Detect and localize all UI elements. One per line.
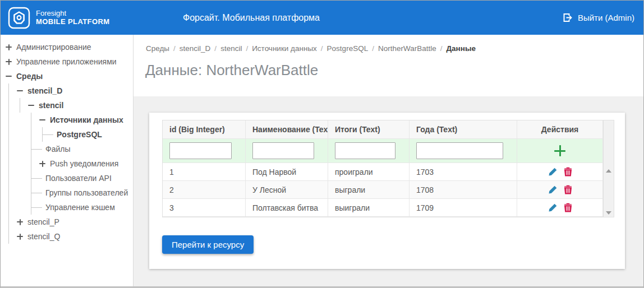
sidebar-item-label: stencil	[39, 101, 63, 110]
tree-guide-line	[31, 113, 31, 127]
table-scrollbar[interactable]	[603, 120, 614, 217]
tree-guide-line	[8, 113, 9, 127]
tree-guide-line	[31, 200, 31, 215]
breadcrumb-separator: /	[372, 44, 374, 53]
collapse-minus-icon[interactable]	[27, 102, 35, 109]
breadcrumb-item[interactable]: NortherWarBattle	[378, 44, 436, 53]
go-to-resource-button[interactable]: Перейти к ресурсу	[162, 235, 254, 254]
collapse-minus-icon[interactable]	[5, 73, 12, 80]
sidebar-item-label: Управление кэшем	[45, 203, 115, 212]
breadcrumb-separator: /	[440, 44, 443, 53]
table-cell: У Лесной	[246, 181, 328, 199]
sidebar-item-files[interactable]: Файлы	[1, 142, 133, 156]
row-actions	[548, 167, 572, 176]
sidebar-item-label: Push уведомления	[50, 159, 118, 168]
body-layout: АдминистрированиеУправление приложениями…	[1, 35, 643, 286]
actions-cell	[517, 163, 603, 181]
table-body: 1Под Нарвойпроиграли17032У Леснойвыграли…	[163, 163, 603, 217]
sidebar-item-label: PostgreSQL	[57, 130, 102, 139]
table-cell: 1709	[410, 199, 517, 217]
filter-input[interactable]	[169, 142, 232, 159]
breadcrumb-separator: /	[214, 44, 217, 53]
sidebar-item-administration[interactable]: Администрирование	[1, 40, 133, 54]
expand-plus-icon[interactable]	[5, 44, 12, 51]
breadcrumb-item[interactable]: Источники данных	[252, 44, 317, 53]
expand-plus-icon[interactable]	[5, 58, 12, 66]
sidebar-item-push-notifications[interactable]: Push уведомления	[1, 156, 133, 171]
sidebar-item-label: stencil_D	[27, 86, 62, 95]
sidebar-item-label: Файлы	[45, 145, 70, 154]
tree-guide-line	[31, 156, 31, 171]
sidebar-item-environments[interactable]: Среды	[1, 69, 133, 83]
breadcrumb-item[interactable]: Среды	[146, 44, 169, 53]
breadcrumb-item[interactable]: stencil_D	[180, 44, 211, 53]
actions-cell	[517, 181, 603, 199]
sidebar-item-app-management[interactable]: Управление приложениями	[1, 54, 133, 69]
breadcrumb-item[interactable]: PostgreSQL	[327, 44, 369, 53]
delete-icon[interactable]	[564, 185, 572, 194]
logout-icon	[563, 13, 572, 22]
expand-plus-icon[interactable]	[16, 233, 24, 240]
logo-text: Foresight MOBILE PLATFORM	[36, 10, 109, 26]
actions-cell	[517, 199, 603, 217]
filter-input[interactable]	[252, 142, 314, 159]
sidebar-item-label: stencil_Q	[27, 232, 60, 241]
column-header: Итоги (Text)	[328, 120, 410, 139]
edit-icon[interactable]	[548, 185, 558, 194]
row-actions	[548, 203, 572, 212]
edit-icon[interactable]	[548, 203, 558, 212]
tree-guide-line	[8, 229, 9, 244]
logo: Foresight MOBILE PLATFORM	[1, 7, 109, 29]
tree-guide-line	[8, 171, 9, 185]
logo-line-2: MOBILE PLATFORM	[36, 18, 109, 26]
collapse-minus-icon[interactable]	[39, 117, 46, 124]
expand-plus-icon[interactable]	[39, 160, 46, 168]
row-actions	[548, 185, 572, 194]
scroll-up-arrow-icon[interactable]	[606, 169, 611, 173]
sidebar-item-data-sources[interactable]: Источники данных	[1, 113, 133, 127]
sidebar-item-stencil[interactable]: stencil	[1, 98, 133, 113]
tree-guide-line	[8, 200, 9, 215]
tree-guide-line	[42, 127, 43, 142]
tree-branch-line	[31, 207, 42, 208]
filter-input[interactable]	[416, 142, 503, 159]
filter-cell	[517, 139, 603, 163]
app-window: Foresight MOBILE PLATFORM Форсайт. Мобил…	[0, 0, 644, 288]
tree-guide-line	[8, 83, 9, 98]
tree-branch-line	[31, 149, 42, 150]
breadcrumb-item[interactable]: stencil	[220, 44, 242, 53]
sidebar-item-label: stencil_P	[27, 217, 59, 226]
edit-icon[interactable]	[548, 167, 558, 176]
table-cell: 3	[163, 199, 246, 217]
table-cell: Под Нарвой	[246, 163, 328, 181]
collapse-minus-icon[interactable]	[16, 87, 24, 95]
sidebar-item-stencil-p[interactable]: stencil_P	[1, 215, 133, 229]
table-cell: Полтавская битва	[246, 199, 328, 217]
sidebar-item-user-groups[interactable]: Группы пользователей	[1, 185, 133, 200]
sidebar-item-postgresql[interactable]: PostgreSQL	[1, 127, 133, 142]
table-cell: проиграли	[328, 163, 410, 181]
tree-guide-line	[20, 98, 20, 113]
delete-icon[interactable]	[564, 167, 572, 176]
sidebar-item-stencil-q[interactable]: stencil_Q	[1, 229, 133, 244]
tree-guide-line	[31, 171, 31, 185]
add-row-button[interactable]	[554, 145, 566, 157]
logout-label: Выйти (Admin)	[578, 13, 634, 22]
sidebar-item-cache-management[interactable]: Управление кэшем	[1, 200, 133, 215]
sidebar-item-api-users[interactable]: Пользователи API	[1, 171, 133, 185]
sidebar-item-stencil-d[interactable]: stencil_D	[1, 83, 133, 98]
filter-input[interactable]	[335, 142, 395, 159]
scroll-down-arrow-icon[interactable]	[606, 211, 611, 215]
breadcrumb-separator: /	[321, 44, 323, 53]
tree-guide-line	[8, 215, 9, 229]
expand-plus-icon[interactable]	[16, 219, 24, 226]
data-table: id (Big Integer)Наименование (Text)Итоги…	[162, 120, 614, 217]
delete-icon[interactable]	[564, 203, 572, 212]
logout-button[interactable]: Выйти (Admin)	[563, 1, 634, 35]
breadcrumb: Среды/stencil_D/stencil/Источники данных…	[146, 44, 476, 53]
sidebar-item-label: Группы пользователей	[45, 188, 128, 197]
filter-cell	[246, 139, 328, 163]
filter-cell	[410, 139, 517, 163]
sidebar-tree: АдминистрированиеУправление приложениями…	[1, 35, 134, 286]
top-header-bar: Foresight MOBILE PLATFORM Форсайт. Мобил…	[1, 1, 643, 35]
